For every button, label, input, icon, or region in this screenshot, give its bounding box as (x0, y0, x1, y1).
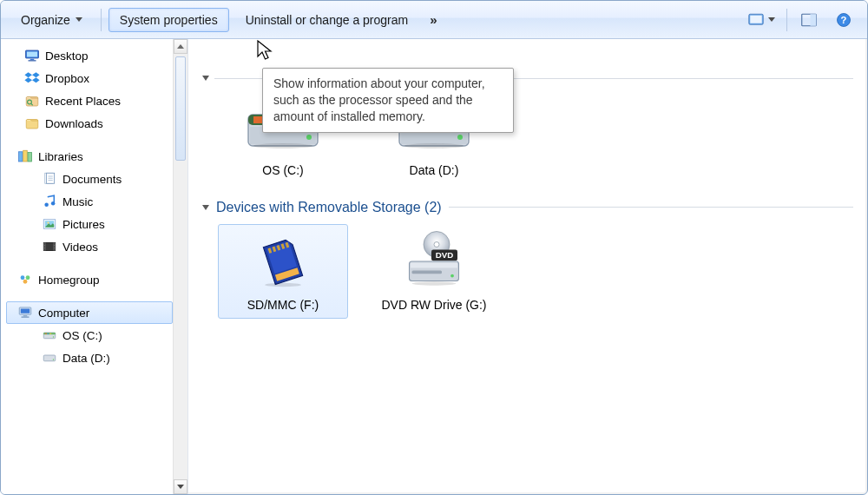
libraries-icon (17, 148, 33, 164)
chevron-down-icon (76, 17, 82, 22)
svg-point-53 (53, 359, 55, 360)
nav-item-documents[interactable]: Documents (6, 168, 173, 190)
svg-rect-3 (811, 14, 817, 26)
svg-marker-11 (32, 72, 40, 77)
scroll-up-arrow[interactable] (174, 39, 187, 54)
preview-pane-icon (799, 10, 819, 30)
drive-label: DVD RW Drive (G:) (381, 298, 486, 313)
nav-item-os-c[interactable]: OS (C:) (6, 324, 173, 346)
svg-rect-44 (23, 315, 28, 317)
scroll-down-arrow[interactable] (174, 479, 187, 494)
system-properties-label: System properties (120, 13, 218, 27)
svg-point-48 (53, 336, 55, 338)
svg-point-33 (44, 243, 45, 244)
svg-rect-52 (43, 355, 56, 361)
svg-rect-45 (22, 317, 30, 318)
toolbar-overflow-button[interactable]: » (424, 12, 442, 27)
group-header-removable[interactable]: Devices with Removable Storage (2) (202, 200, 853, 215)
view-options-button[interactable] (741, 7, 779, 33)
svg-point-40 (26, 275, 30, 280)
dropbox-icon (24, 70, 40, 86)
organize-label: Organize (21, 13, 70, 27)
organize-button[interactable]: Organize (10, 8, 94, 32)
help-icon: ? (833, 10, 854, 30)
nav-item-label: Music (62, 195, 93, 208)
toolbar-divider (101, 9, 102, 31)
drive-icon (42, 350, 57, 366)
toolbar-divider (786, 9, 787, 31)
nav-item-label: OS (C:) (62, 329, 102, 342)
nav-item-label: Documents (62, 173, 122, 186)
svg-rect-82 (412, 270, 443, 274)
drive-dvd-rw-g[interactable]: DVD DVD RW Drive (G:) (369, 224, 499, 319)
system-properties-button[interactable]: System properties (108, 8, 229, 32)
svg-point-75 (265, 283, 301, 287)
preview-pane-button[interactable] (794, 7, 824, 33)
svg-point-84 (412, 281, 457, 286)
videos-icon (42, 239, 57, 254)
svg-rect-81 (411, 262, 457, 267)
scroll-thumb[interactable] (175, 56, 186, 161)
nav-item-downloads[interactable]: Downloads (6, 112, 173, 135)
svg-point-67 (404, 143, 464, 148)
view-options-icon (746, 10, 766, 30)
nav-libraries[interactable]: Libraries (6, 145, 173, 168)
system-properties-tooltip: Show information about your computer, su… (262, 68, 514, 133)
nav-computer[interactable]: Computer (6, 301, 173, 324)
svg-point-38 (54, 248, 55, 249)
svg-point-26 (51, 201, 56, 206)
sidebar-scrollbar[interactable] (173, 39, 187, 494)
svg-rect-17 (19, 152, 23, 162)
nav-item-label: Downloads (45, 117, 103, 130)
drive-label: OS (C:) (262, 163, 303, 178)
nav-item-label: Computer (38, 307, 89, 320)
nav-item-label: Recent Places (45, 95, 121, 108)
svg-rect-51 (49, 333, 51, 334)
svg-point-37 (54, 246, 55, 247)
music-icon (42, 194, 57, 209)
desktop-icon (24, 48, 40, 63)
svg-rect-19 (28, 153, 32, 162)
chevron-down-icon (768, 17, 775, 22)
svg-rect-8 (30, 59, 35, 61)
svg-point-61 (306, 135, 312, 140)
nav-item-recent-places[interactable]: Recent Places (6, 89, 173, 112)
svg-point-77 (434, 241, 439, 247)
removable-grid: SD/MMC (F:) (218, 224, 853, 319)
nav-item-label: Libraries (38, 150, 83, 163)
computer-icon (17, 305, 33, 320)
nav-homegroup[interactable]: Homegroup (6, 268, 173, 291)
drive-sdmmc-f[interactable]: SD/MMC (F:) (218, 224, 348, 319)
nav-item-desktop[interactable]: Desktop (6, 44, 173, 67)
nav-item-label: Dropbox (45, 72, 89, 85)
nav-item-data-d[interactable]: Data (D:) (6, 346, 173, 369)
disclosure-triangle-icon (202, 205, 209, 210)
documents-icon (42, 171, 57, 187)
svg-point-39 (21, 275, 25, 280)
uninstall-label: Uninstall or change a program (246, 13, 409, 27)
drive-label: Data (D:) (410, 163, 459, 178)
svg-point-83 (450, 274, 454, 277)
nav-item-label: Videos (62, 241, 98, 254)
homegroup-icon (17, 272, 33, 287)
downloads-icon (24, 116, 40, 131)
nav-item-label: Homegroup (38, 274, 100, 287)
uninstall-program-button[interactable]: Uninstall or change a program (234, 8, 420, 32)
svg-rect-56 (253, 116, 262, 123)
nav-item-music[interactable]: Music (6, 190, 173, 213)
disclosure-triangle-icon (202, 76, 209, 81)
svg-rect-49 (45, 333, 47, 334)
nav-item-pictures[interactable]: Pictures (6, 213, 173, 235)
nav-item-videos[interactable]: Videos (6, 235, 173, 258)
svg-rect-1 (750, 15, 762, 23)
svg-rect-18 (23, 150, 28, 162)
svg-text:?: ? (841, 14, 847, 24)
nav-item-label: Data (D:) (62, 352, 110, 365)
svg-point-36 (54, 243, 55, 244)
sd-card-icon (241, 230, 325, 293)
command-bar: Organize System properties Uninstall or … (1, 1, 867, 39)
nav-item-dropbox[interactable]: Dropbox (6, 67, 173, 89)
svg-text:DVD: DVD (436, 250, 454, 260)
nav-item-label: Desktop (45, 50, 89, 63)
help-button[interactable]: ? (829, 7, 858, 33)
